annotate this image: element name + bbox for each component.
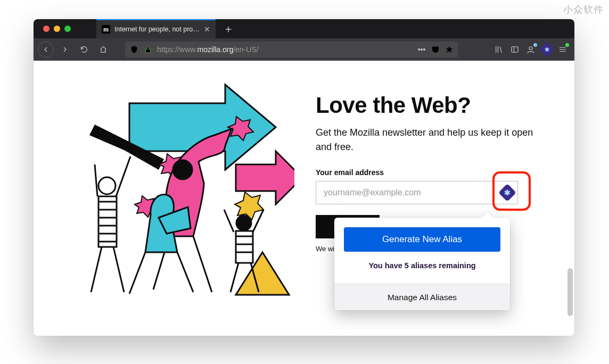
svg-point-4 — [98, 177, 116, 194]
page-subhead: Get the Mozilla newsletter and help us k… — [316, 126, 539, 154]
shield-icon[interactable] — [129, 45, 139, 54]
aliases-remaining-text: You have 5 aliases remaining — [344, 252, 500, 278]
account-icon[interactable] — [525, 44, 536, 55]
nav-bar: https://www.mozilla.org/en-US/ ••• ✱ — [34, 38, 574, 61]
bookmark-star-icon[interactable] — [445, 45, 454, 54]
hamburger-menu-icon[interactable] — [557, 44, 568, 55]
library-icon[interactable] — [493, 44, 504, 55]
watermark-text: 小众软件 — [563, 3, 604, 16]
svg-point-5 — [236, 216, 251, 230]
generate-alias-button[interactable]: Generate New Alias — [344, 227, 500, 252]
svg-rect-0 — [146, 49, 151, 53]
new-tab-button[interactable]: ＋ — [216, 19, 241, 38]
window-controls — [38, 19, 76, 38]
svg-point-2 — [529, 47, 532, 50]
page-content: Love the Web? Get the Mozilla newsletter… — [34, 61, 574, 336]
email-input[interactable] — [316, 181, 518, 204]
browser-tab[interactable]: m Internet for people, not profit — … ✕ — [96, 19, 216, 38]
email-label: Your email address — [316, 168, 553, 177]
pocket-icon[interactable] — [431, 45, 440, 54]
hero-illustration — [65, 77, 294, 315]
page-actions-icon[interactable]: ••• — [417, 45, 426, 54]
tab-title: Internet for people, not profit — … — [114, 26, 200, 33]
close-window-button[interactable] — [43, 26, 50, 32]
close-tab-button[interactable]: ✕ — [204, 25, 210, 34]
home-button[interactable] — [95, 42, 111, 57]
relay-popup: Generate New Alias You have 5 aliases re… — [334, 218, 510, 310]
lock-icon[interactable] — [143, 45, 153, 54]
tab-bar: m Internet for people, not profit — … ✕ … — [34, 19, 574, 38]
page-headline: Love the Web? — [316, 93, 553, 118]
manage-aliases-button[interactable]: Manage All Aliases — [334, 284, 510, 310]
sidebar-icon[interactable] — [509, 44, 520, 55]
scrollbar-thumb[interactable] — [567, 268, 573, 316]
toolbar-right: ✱ — [493, 44, 570, 55]
account-notification-dot — [533, 43, 537, 47]
email-input-wrapper: ✱ — [316, 181, 518, 204]
svg-rect-1 — [512, 47, 518, 53]
menu-notification-dot — [565, 43, 569, 47]
svg-point-3 — [173, 160, 192, 179]
maximize-window-button[interactable] — [64, 26, 71, 32]
minimize-window-button[interactable] — [54, 26, 60, 32]
url-bar[interactable]: https://www.mozilla.org/en-US/ ••• — [125, 42, 458, 57]
forward-button[interactable] — [57, 42, 73, 57]
reload-button[interactable] — [76, 42, 92, 57]
browser-window: m Internet for people, not profit — … ✕ … — [34, 19, 574, 336]
tab-favicon: m — [102, 25, 110, 34]
relay-extension-icon[interactable]: ✱ — [541, 44, 552, 55]
url-text: https://www.mozilla.org/en-US/ — [157, 45, 413, 54]
back-button[interactable] — [38, 42, 54, 57]
